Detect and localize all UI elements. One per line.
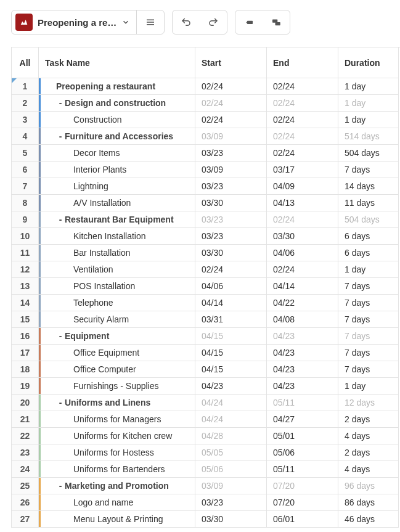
task-name-cell[interactable]: Bar Installation [39, 245, 195, 261]
end-date-cell[interactable]: 04/23 [267, 328, 338, 345]
start-date-cell[interactable]: 04/06 [195, 278, 267, 295]
duration-cell[interactable]: 4 days [338, 461, 399, 478]
end-date-cell[interactable]: 06/01 [267, 511, 338, 528]
table-row[interactable]: 11Bar Installation03/3004/066 days [12, 245, 400, 261]
row-number[interactable]: 26 [12, 494, 39, 511]
row-number[interactable]: 24 [12, 461, 39, 478]
start-date-cell[interactable]: 04/24 [195, 395, 267, 411]
header-duration[interactable]: Duration [338, 47, 399, 78]
task-name-cell[interactable]: Interior Plants [39, 162, 195, 178]
task-name-cell[interactable]: Ventilation [39, 261, 195, 278]
table-row[interactable]: 4-Furniture and Accessories03/0902/24514… [12, 128, 400, 145]
end-date-cell[interactable]: 04/23 [267, 345, 338, 361]
duration-cell[interactable]: 6 days [338, 228, 399, 245]
duration-cell[interactable]: 11 days [338, 195, 399, 211]
redo-button[interactable] [200, 10, 227, 35]
row-number[interactable]: 10 [12, 228, 39, 245]
row-number[interactable]: 4 [12, 128, 39, 145]
task-name-cell[interactable]: Furnishings - Supplies [39, 378, 195, 395]
start-date-cell[interactable]: 02/24 [195, 261, 267, 278]
end-date-cell[interactable]: 02/24 [267, 78, 338, 95]
end-date-cell[interactable]: 04/08 [267, 311, 338, 328]
task-name-cell[interactable]: Telephone [39, 295, 195, 311]
project-name[interactable]: Preopening a re… [38, 17, 119, 28]
duration-cell[interactable]: 7 days [338, 162, 399, 178]
duration-cell[interactable]: 7 days [338, 345, 399, 361]
row-number[interactable]: 12 [12, 261, 39, 278]
row-number[interactable]: 6 [12, 162, 39, 178]
start-date-cell[interactable]: 03/30 [195, 245, 267, 261]
task-name-cell[interactable]: Kitchen Installation [39, 228, 195, 245]
start-date-cell[interactable]: 03/23 [195, 145, 267, 162]
end-date-cell[interactable]: 02/24 [267, 261, 338, 278]
end-date-cell[interactable]: 04/14 [267, 278, 338, 295]
start-date-cell[interactable]: 04/15 [195, 361, 267, 378]
task-name-cell[interactable]: POS Installation [39, 278, 195, 295]
start-date-cell[interactable]: 02/24 [195, 78, 267, 95]
duration-cell[interactable]: 504 days [338, 211, 399, 228]
end-date-cell[interactable]: 04/09 [267, 178, 338, 195]
table-row[interactable]: 10Kitchen Installation03/2303/306 days [12, 228, 400, 245]
end-date-cell[interactable]: 02/24 [267, 128, 338, 145]
start-date-cell[interactable]: 03/23 [195, 228, 267, 245]
task-name-cell[interactable]: Menu Layout & Printing [39, 511, 195, 528]
start-date-cell[interactable]: 05/06 [195, 461, 267, 478]
task-name-cell[interactable]: Security Alarm [39, 311, 195, 328]
duration-cell[interactable]: 7 days [338, 361, 399, 378]
start-date-cell[interactable]: 04/23 [195, 378, 267, 395]
start-date-cell[interactable]: 03/23 [195, 494, 267, 511]
duration-cell[interactable]: 7 days [338, 311, 399, 328]
duration-cell[interactable]: 1 day [338, 261, 399, 278]
indent-button[interactable] [235, 10, 263, 35]
end-date-cell[interactable]: 05/06 [267, 444, 338, 461]
duration-cell[interactable]: 1 day [338, 378, 399, 395]
duration-cell[interactable]: 7 days [338, 328, 399, 345]
row-number[interactable]: 2 [12, 95, 39, 112]
collapse-toggle[interactable]: - [57, 131, 63, 141]
collapse-toggle[interactable]: - [57, 215, 63, 224]
start-date-cell[interactable]: 03/30 [195, 511, 267, 528]
duration-cell[interactable]: 2 days [338, 444, 399, 461]
duration-cell[interactable]: 86 days [338, 494, 399, 511]
task-name-cell[interactable]: Office Computer [39, 361, 195, 378]
table-row[interactable]: 6Interior Plants03/0903/177 days [12, 162, 400, 178]
duration-cell[interactable]: 514 days [338, 128, 399, 145]
task-name-cell[interactable]: Construction [39, 112, 195, 128]
task-name-cell[interactable]: Uniforms for Kitchen crew [39, 428, 195, 444]
table-row[interactable]: 12Ventilation02/2402/241 day [12, 261, 400, 278]
duration-cell[interactable]: 46 days [338, 511, 399, 528]
duration-cell[interactable]: 1 day [338, 112, 399, 128]
row-number[interactable]: 13 [12, 278, 39, 295]
task-name-cell[interactable]: Logo and name [39, 494, 195, 511]
header-start[interactable]: Start [195, 47, 267, 78]
end-date-cell[interactable]: 04/13 [267, 195, 338, 211]
end-date-cell[interactable]: 05/01 [267, 428, 338, 444]
header-task[interactable]: Task Name [39, 47, 195, 78]
task-name-cell[interactable]: Lightning [39, 178, 195, 195]
table-row[interactable]: 14Telephone04/1404/227 days [12, 295, 400, 311]
row-number[interactable]: 19 [12, 378, 39, 395]
row-number[interactable]: 8 [12, 195, 39, 211]
task-name-cell[interactable]: Uniforms for Managers [39, 411, 195, 428]
row-number[interactable]: 16 [12, 328, 39, 345]
duration-cell[interactable]: 1 day [338, 78, 399, 95]
table-row[interactable]: 2-Design and construction02/2402/241 day [12, 95, 400, 112]
table-row[interactable]: 15Security Alarm03/3104/087 days [12, 311, 400, 328]
table-row[interactable]: 21Uniforms for Managers04/2404/272 days [12, 411, 400, 428]
table-row[interactable]: 24Uniforms for Bartenders05/0605/114 day… [12, 461, 400, 478]
task-name-cell[interactable]: Uniforms for Bartenders [39, 461, 195, 478]
collapse-toggle[interactable]: - [57, 481, 63, 491]
start-date-cell[interactable]: 05/05 [195, 444, 267, 461]
chevron-down-icon[interactable] [119, 18, 136, 27]
header-end[interactable]: End [267, 47, 338, 78]
table-row[interactable]: 3Construction02/2402/241 day [12, 112, 400, 128]
task-name-cell[interactable]: Preopening a restaurant [39, 78, 195, 95]
start-date-cell[interactable]: 03/30 [195, 195, 267, 211]
end-date-cell[interactable]: 05/11 [267, 395, 338, 411]
start-date-cell[interactable]: 04/28 [195, 428, 267, 444]
row-number[interactable]: 20 [12, 395, 39, 411]
table-row[interactable]: 13POS Installation04/0604/147 days [12, 278, 400, 295]
header-all[interactable]: All [12, 47, 39, 78]
end-date-cell[interactable]: 04/27 [267, 411, 338, 428]
table-row[interactable]: 18Office Computer04/1504/237 days [12, 361, 400, 378]
